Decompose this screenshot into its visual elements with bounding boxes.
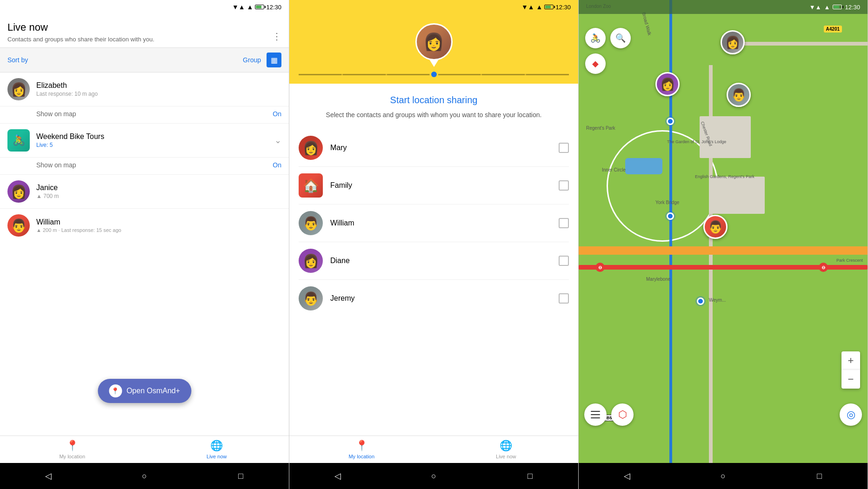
profile-photo-container: 👩 xyxy=(415,23,453,60)
contact-name-mary: Mary xyxy=(330,144,551,152)
battery-icon-1 xyxy=(255,5,264,9)
contact-janice[interactable]: 👩 Janice ▲ 700 m xyxy=(0,175,289,209)
battery-fill-1 xyxy=(256,6,261,8)
tab-my-location-2[interactable]: 📍 My location xyxy=(289,436,434,463)
contact-name-william2: William xyxy=(330,219,551,227)
avatar-jeremy: 👨 xyxy=(299,286,323,311)
search-map-icon: 🔍 xyxy=(615,33,626,43)
home-btn-2[interactable]: ○ xyxy=(428,470,440,482)
tab-live-now-2[interactable]: 🌐 Live now xyxy=(434,436,579,463)
battery-icon-2 xyxy=(544,5,554,9)
map-face-william: 👨 xyxy=(728,84,749,106)
map-compass-btn[interactable]: ⬡ xyxy=(611,403,634,426)
sharing-title: Start location sharing xyxy=(299,95,569,106)
contact-item-jeremy[interactable]: 👨 Jeremy xyxy=(299,280,569,317)
map-label-weym: Weym... xyxy=(709,297,726,303)
map-avatar-diane[interactable]: 👩 xyxy=(655,72,680,96)
contact-sub-william: ▲ 200 m · Last response: 15 sec ago xyxy=(36,227,281,233)
search-map-btn[interactable]: 🔍 xyxy=(610,28,631,48)
back-btn-3[interactable]: ◁ xyxy=(621,470,633,482)
status-time-1: 12:30 xyxy=(266,4,281,11)
menu-dots-btn[interactable]: ⋮ xyxy=(272,31,281,42)
face-elizabeth: 👩 xyxy=(7,78,30,100)
show-map-on-wbt[interactable]: On xyxy=(273,161,281,169)
contact-item-william2[interactable]: 👨 William xyxy=(299,205,569,242)
map-label-english: English Gardens, Regent's Park xyxy=(695,174,751,180)
map-avatar-william[interactable]: 👨 xyxy=(727,83,751,107)
chevron-wbt[interactable]: ⌄ xyxy=(274,135,281,145)
live-now-label-1: Live now xyxy=(207,454,227,459)
checkbox-mary[interactable] xyxy=(559,143,569,153)
show-map-label-wbt: Show on map xyxy=(36,161,76,169)
battery-fill-2 xyxy=(545,6,550,8)
live-now-header: Live now Contacts and groups who share t… xyxy=(0,14,289,47)
map-background[interactable]: London Zoo Broad Walk Regent's Park The … xyxy=(579,0,868,463)
home-btn-1[interactable]: ○ xyxy=(139,470,150,482)
bike-btn[interactable]: 🚴 xyxy=(585,28,606,48)
sort-by-label[interactable]: Sort by xyxy=(7,56,28,64)
route-vertical xyxy=(669,0,672,463)
back-btn-2[interactable]: ◁ xyxy=(332,470,343,482)
contact-elizabeth[interactable]: 👩 Elizabeth Last response: 10 m ago xyxy=(0,73,289,106)
slider-dot[interactable] xyxy=(431,72,437,77)
screen2-top-area: 👩 xyxy=(289,14,578,84)
nav-bar-2: ◁ ○ □ xyxy=(289,463,578,489)
checkbox-family[interactable] xyxy=(559,180,569,191)
zoom-plus-btn[interactable]: + xyxy=(841,351,860,370)
road-orange xyxy=(579,246,868,255)
grid-view-btn[interactable]: ▦ xyxy=(267,53,281,67)
wifi-icon-3: ▼▲ xyxy=(809,4,821,11)
tab-my-location-1[interactable]: 📍 My location xyxy=(0,436,145,463)
underground-2: ⊖ xyxy=(819,263,828,272)
hamburger-menu-btn[interactable] xyxy=(584,403,607,426)
recent-btn-3[interactable]: □ xyxy=(814,470,825,482)
live-now-icon-2: 🌐 xyxy=(500,440,512,452)
osmand-label: Open OsmAnd+ xyxy=(127,387,180,395)
show-map-on-elizabeth[interactable]: On xyxy=(273,110,281,118)
contact-wbt[interactable]: 🚴 Weekend Bike Tours Live: 5 ⌄ xyxy=(0,124,289,158)
map-label-york: York Bridge xyxy=(655,200,679,205)
contact-item-mary[interactable]: 👩 Mary xyxy=(299,129,569,167)
status-time-3: 12:30 xyxy=(845,4,860,11)
hamburger-line-2 xyxy=(591,414,600,415)
road-top xyxy=(737,42,868,46)
recent-btn-1[interactable]: □ xyxy=(235,470,247,482)
show-on-map-elizabeth: Show on map On xyxy=(0,106,289,124)
plus-icon: + xyxy=(848,355,854,367)
contact-info-wbt: Weekend Bike Tours Live: 5 xyxy=(36,132,268,148)
contact-name-diane: Diane xyxy=(330,257,551,265)
back-btn-1[interactable]: ◁ xyxy=(43,470,54,482)
recent-btn-2[interactable]: □ xyxy=(525,470,536,482)
status-bar-3: ▼▲ ▲ 12:30 xyxy=(579,0,868,14)
map-label-inner: Inner Circle xyxy=(602,167,626,172)
compass-map-icon: ◆ xyxy=(592,59,599,69)
open-osmand-btn[interactable]: 📍 Open OsmAnd+ xyxy=(98,379,191,403)
show-on-map-wbt: Show on map On xyxy=(0,158,289,175)
home-btn-3[interactable]: ○ xyxy=(718,470,729,482)
contact-item-family[interactable]: 🏠 Family xyxy=(299,167,569,205)
zoom-minus-btn[interactable]: − xyxy=(841,370,860,389)
checkbox-jeremy[interactable] xyxy=(559,293,569,304)
contact-name-family: Family xyxy=(330,181,551,190)
hamburger-line-1 xyxy=(591,411,600,412)
contact-item-diane[interactable]: 👩 Diane xyxy=(299,242,569,280)
tab-live-now-1[interactable]: 🌐 Live now xyxy=(145,436,289,463)
map-avatar-william2[interactable]: 👨 xyxy=(703,215,728,239)
building-block-2 xyxy=(709,177,765,214)
avatar-william: 👨 xyxy=(7,214,30,237)
group-label[interactable]: Group xyxy=(243,56,261,64)
profile-photo-pin xyxy=(429,59,439,67)
nav-bar-3: ◁ ○ □ xyxy=(579,463,868,489)
contact-william[interactable]: 👨 William ▲ 200 m · Last response: 15 se… xyxy=(0,209,289,242)
face-william: 👨 xyxy=(7,214,30,237)
location-map-icon: ◎ xyxy=(847,409,855,421)
compass-map-btn[interactable]: ◆ xyxy=(585,53,606,74)
live-now-label-2: Live now xyxy=(496,454,516,459)
checkbox-william[interactable] xyxy=(559,218,569,228)
status-icons-1: ▼▲ ▲ 12:30 xyxy=(232,3,281,11)
my-location-map-btn[interactable]: ◎ xyxy=(840,403,862,426)
checkbox-diane[interactable] xyxy=(559,256,569,266)
map-avatar-elizabeth[interactable]: 👩 xyxy=(721,30,745,54)
blue-dot-2 xyxy=(667,212,674,220)
avatar-mary: 👩 xyxy=(299,136,323,160)
